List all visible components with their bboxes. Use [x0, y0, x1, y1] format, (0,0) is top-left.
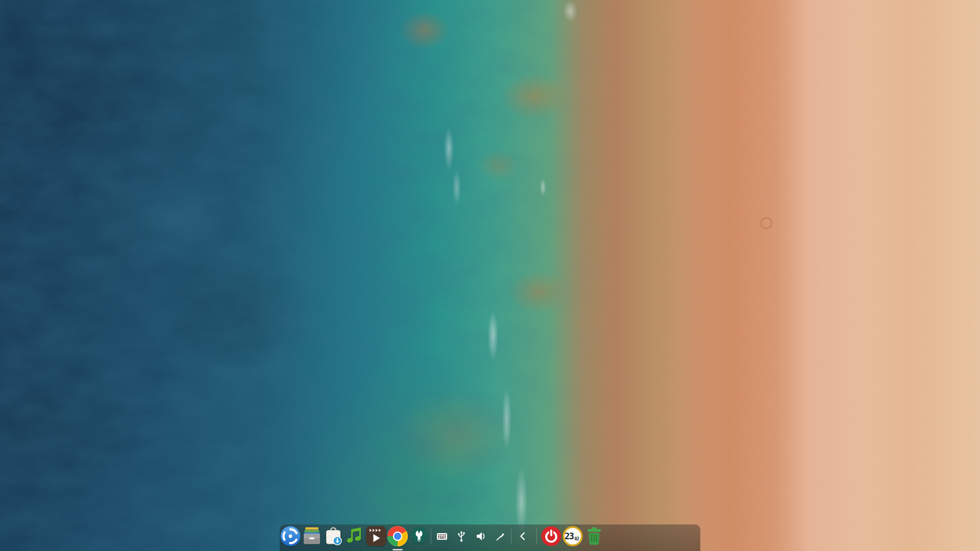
- deepin-launcher-icon: [280, 525, 301, 547]
- clock-hours: 23: [565, 531, 574, 541]
- dock-apps: [280, 525, 430, 547]
- dock-item-app-store[interactable]: [323, 525, 344, 547]
- desktop: 23 02: [0, 0, 980, 551]
- dock-item-chrome[interactable]: [387, 525, 408, 547]
- dock-item-music[interactable]: [344, 525, 365, 547]
- movie-icon: [365, 525, 387, 547]
- keyboard-icon: [436, 531, 448, 542]
- clock-icon: 23 02: [562, 525, 583, 547]
- tray-collapse-button[interactable]: [512, 526, 533, 546]
- chrome-running-indicator: [393, 549, 403, 550]
- dock-item-file-manager[interactable]: [301, 525, 323, 547]
- desktop-wallpaper: [0, 0, 980, 551]
- tray-usb-button[interactable]: [452, 527, 471, 546]
- music-icon: [344, 525, 365, 547]
- dock-separator: [431, 529, 431, 544]
- dock-separator: [511, 529, 511, 544]
- dock-separator: [536, 529, 537, 544]
- dock-item-launcher[interactable]: [280, 525, 301, 547]
- dock: 23 02: [280, 524, 700, 551]
- dock-tray: [432, 527, 510, 546]
- app-store-icon: [323, 525, 344, 547]
- chevron-left-icon: [512, 526, 533, 546]
- file-manager-icon: [301, 525, 323, 547]
- volume-icon: [475, 531, 486, 542]
- control-center-icon: [408, 525, 430, 547]
- power-icon: [541, 525, 562, 547]
- trash-icon: [583, 525, 605, 547]
- tray-pen-button[interactable]: [491, 527, 510, 546]
- shutdown-button[interactable]: [541, 525, 562, 547]
- dock-item-movies[interactable]: [365, 525, 387, 547]
- usb-icon: [456, 530, 467, 542]
- clock-plugin[interactable]: 23 02: [562, 525, 583, 547]
- clock-minutes: 02: [575, 536, 580, 541]
- brush-icon: [495, 531, 506, 542]
- dock-item-trash[interactable]: [583, 525, 605, 547]
- dock-item-control-center[interactable]: [408, 525, 430, 547]
- tray-keyboard-button[interactable]: [432, 527, 452, 546]
- chrome-icon: [387, 525, 408, 547]
- tray-volume-button[interactable]: [471, 527, 491, 546]
